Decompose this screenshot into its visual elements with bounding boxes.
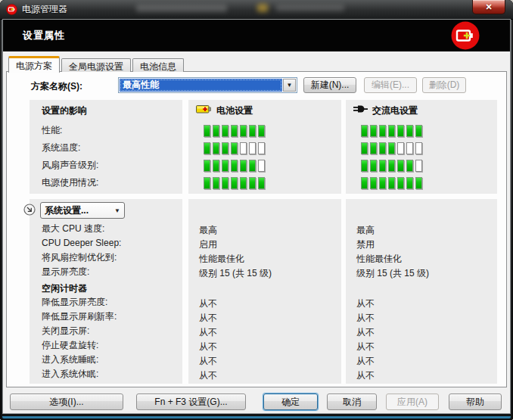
system-battery-value: 从不 — [188, 354, 341, 369]
system-ac-values: 最高禁用性能最佳化级别 15 (共 15 级)从不从不从不从不从不从不 — [346, 223, 497, 383]
bar-empty — [397, 142, 404, 154]
system-settings-dropdown-row: 系统设置... ▼ — [30, 199, 182, 222]
bar-filled — [231, 125, 238, 137]
bar-filled — [249, 177, 256, 189]
battery-effect-bars — [188, 122, 341, 191]
effect-label: 性能: — [30, 122, 182, 139]
system-row-label: 停止硬盘旋转: — [30, 338, 182, 353]
bar-filled — [361, 160, 368, 172]
bar-filled — [415, 177, 422, 189]
bar-filled — [240, 177, 247, 189]
bar-filled — [397, 160, 404, 172]
bar-filled — [361, 125, 368, 137]
system-row-label: 将风扇控制优化到: — [30, 250, 182, 265]
bar-filled — [397, 177, 404, 189]
bar-filled — [222, 177, 229, 189]
system-ac-value: 从不 — [346, 369, 497, 383]
battery-icon — [196, 104, 212, 117]
scheme-name-label: 方案名称(S): — [31, 80, 82, 93]
app-battery-icon — [6, 4, 17, 15]
bar-empty — [415, 142, 422, 154]
bar-filled — [388, 160, 395, 172]
scheme-selected-value: 最高性能 — [120, 79, 282, 92]
bar-filled — [388, 125, 395, 137]
bar-empty — [249, 142, 256, 154]
dropdown-arrow-icon: ▼ — [114, 207, 120, 214]
bar-filled — [204, 177, 210, 189]
system-row-label: 进入系统休眠: — [30, 367, 182, 381]
dialog-header: 设置属性 — [3, 20, 510, 51]
bar-filled — [388, 177, 395, 189]
cancel-button[interactable]: 取消 — [327, 394, 377, 410]
combobox-dropdown-arrow-icon[interactable]: ▼ — [283, 79, 296, 92]
effect-label: 风扇声音级别: — [30, 157, 182, 174]
titlebar: 电源管理器 ✕ — [0, 0, 513, 20]
collapse-arrow-icon[interactable] — [23, 204, 36, 216]
tab-1[interactable]: 电源方案 — [8, 56, 60, 73]
bar-filled — [415, 125, 422, 137]
bar-filled — [370, 125, 377, 137]
effects-ac-panel: 交流电设置 — [346, 100, 497, 194]
bar-filled — [379, 142, 386, 154]
system-battery-value: 启用 — [188, 238, 341, 252]
effect-bar-row — [188, 139, 341, 157]
bar-empty — [258, 160, 265, 172]
scheme-name-combobox[interactable]: 最高性能 ▼ — [118, 77, 297, 93]
options-button[interactable]: 选项(I)... — [10, 394, 123, 410]
titlebar-glass-artifact — [257, 4, 268, 12]
bar-filled — [222, 160, 229, 172]
effect-label: 系统温度: — [30, 139, 182, 157]
bar-filled — [370, 160, 377, 172]
bar-filled — [361, 177, 368, 189]
bar-filled — [406, 125, 413, 137]
system-battery-value: 从不 — [188, 340, 341, 354]
scheme-button-2: 编辑(E)... — [364, 77, 417, 93]
help-button[interactable]: 帮助 — [449, 394, 502, 410]
effect-bar-row — [188, 157, 341, 174]
bar-filled — [204, 125, 210, 137]
bar-filled — [231, 177, 238, 189]
idle-timers-title: 空闲计时器 — [30, 281, 182, 295]
bar-filled — [406, 160, 413, 172]
scheme-button-3: 删除(D) — [422, 77, 466, 93]
battery-settings-header: 电池设置 — [188, 100, 341, 122]
bar-filled — [204, 142, 210, 154]
system-row-label: 降低显示屏亮度: — [30, 295, 182, 310]
system-row-label: 最大 CPU 速度: — [30, 222, 182, 236]
system-ac-value: 级别 15 (共 15 级) — [346, 266, 497, 281]
close-button[interactable]: ✕ — [472, 0, 505, 14]
system-battery-value: 从不 — [188, 311, 341, 325]
ac-settings-label: 交流电设置 — [372, 104, 418, 117]
system-battery-value: 从不 — [188, 325, 341, 340]
bar-filled — [370, 142, 377, 154]
effect-bar-row — [346, 122, 497, 139]
effect-bar-row — [346, 174, 497, 191]
bar-filled — [240, 125, 247, 137]
tab-3[interactable]: 电池信息 — [132, 58, 184, 72]
bar-empty — [240, 142, 247, 154]
bar-filled — [213, 160, 219, 172]
fn-f3-settings-button[interactable]: Fn + F3 设置(G)... — [136, 394, 246, 410]
tab-2[interactable]: 全局电源设置 — [61, 58, 131, 72]
power-manager-window: 电源管理器 ✕ 设置属性 电源方案全局电源设置电池信息 方案名称(S): — [0, 0, 513, 420]
scheme-button-1[interactable]: 新建(N)... — [303, 77, 356, 93]
bar-filled — [231, 142, 238, 154]
system-ac-value: 性能最佳化 — [346, 252, 497, 266]
effect-bar-row — [346, 157, 497, 174]
bar-filled — [222, 142, 229, 154]
bar-filled — [258, 177, 265, 189]
effect-bar-row — [346, 139, 497, 157]
ok-button[interactable]: 确定 — [263, 394, 318, 410]
system-row-label: 显示屏亮度: — [30, 265, 182, 279]
spacer-row — [346, 282, 497, 297]
system-row-label: CPU Deeper Sleep: — [30, 236, 182, 250]
bar-empty — [258, 142, 265, 154]
bar-empty — [406, 142, 413, 154]
bar-filled — [213, 142, 219, 154]
system-battery-values: 最高启用性能最佳化级别 15 (共 15 级)从不从不从不从不从不从不 — [188, 223, 341, 383]
system-ac-value: 从不 — [346, 311, 497, 325]
bar-filled — [379, 160, 386, 172]
window-title: 电源管理器 — [22, 3, 67, 16]
bar-filled — [240, 160, 247, 172]
system-settings-dropdown[interactable]: 系统设置... ▼ — [40, 202, 125, 219]
